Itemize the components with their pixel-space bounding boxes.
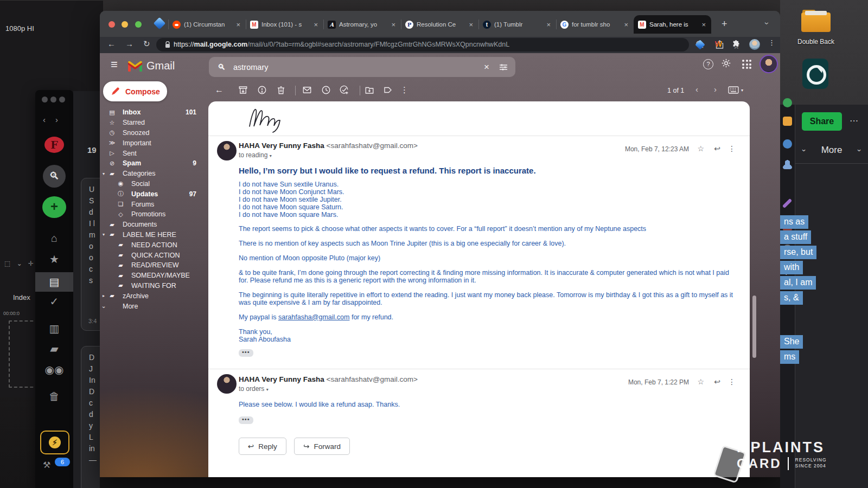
extension-w-icon[interactable]: W [715,40,722,48]
search-options-icon[interactable] [499,63,508,72]
delete-icon[interactable] [276,85,286,95]
close-icon[interactable]: × [623,21,629,29]
green-app-icon[interactable] [783,98,792,107]
index-tab[interactable]: Index [13,293,30,301]
maximize-window-button[interactable] [135,21,142,28]
close-icon[interactable]: × [312,21,319,29]
reload-button[interactable]: ↻ [143,39,150,49]
minimize-window-button[interactable] [122,21,128,28]
tab-circumstances[interactable]: (1) Circumstan × [168,15,246,34]
window-controls[interactable] [108,20,146,30]
share-button[interactable]: Share [802,112,842,131]
star-icon[interactable]: ☆ [697,377,704,386]
input-method-icon[interactable]: ▾ [728,86,743,94]
sender-avatar[interactable] [217,374,237,394]
coin-button[interactable]: ⚡︎ [40,431,69,454]
extension-puzzle-icon[interactable] [732,40,741,48]
history-app-icon[interactable] [802,59,828,89]
home-icon[interactable]: ⌂ [35,232,73,245]
close-icon[interactable]: × [390,21,397,29]
forward-button[interactable]: → [125,39,133,48]
sidebar-item-starred[interactable]: ☆Starred [100,118,208,128]
tab-google-search[interactable]: G for tumblr sho × [556,15,634,34]
scrollbar-thumb[interactable] [752,296,756,358]
search-icon[interactable]: 🔍︎ [35,165,73,188]
sidebar-item-important[interactable]: ≫Important [100,138,208,148]
clear-search-icon[interactable]: × [484,62,489,73]
tab-tumblr[interactable]: t (1) Tumblr × [478,15,556,34]
reply-button[interactable]: ↩Reply [239,438,286,455]
back-to-list-icon[interactable]: ← [215,85,224,95]
trash-icon[interactable]: 🗑︎ [35,390,73,403]
star-icon[interactable]: ☆ [697,144,704,153]
sidebar-item-social[interactable]: ◉Social [100,179,208,189]
sidebar-item-promotions[interactable]: ◇Promotions [100,209,208,220]
close-icon[interactable]: × [700,21,707,29]
back-button[interactable]: ← [107,39,116,48]
star-icon[interactable]: ★ [35,253,73,266]
more-dots-icon[interactable]: ⋯ [850,115,859,126]
sidebar-item-documents[interactable]: ▰Documents [100,220,208,230]
reply-icon[interactable]: ↩ [714,144,720,153]
close-window-button[interactable] [108,21,115,28]
more-options-icon[interactable]: ⋮ [728,377,736,386]
show-details-caret[interactable]: ▾ [270,153,272,158]
sidebar-item-zarchive[interactable]: ▸▰zArchive [100,291,208,301]
more-options-icon[interactable]: ⋮ [728,144,736,153]
sidebar-item-label-me-here[interactable]: ▾▰LABEL ME HERE [100,230,208,240]
tool-icon[interactable]: ⚒︎ [43,460,50,470]
swirl-icon[interactable] [783,139,792,149]
snooze-icon[interactable] [321,85,331,95]
archive-icon[interactable] [238,85,248,95]
tab-astromary[interactable]: A Astromary, yo × [323,15,401,34]
window-controls[interactable] [42,95,68,105]
people-icon[interactable]: ◉◉ [35,363,73,376]
browser-profile-avatar[interactable] [749,39,760,50]
add-to-tasks-icon[interactable] [339,85,349,95]
app-logo-f[interactable]: F [35,137,73,153]
tab-sarah-active[interactable]: M Sarah, here is × [634,15,711,34]
move-to-icon[interactable] [365,85,374,95]
check-icon[interactable]: ✓ [35,295,73,308]
mark-unread-icon[interactable] [302,85,312,95]
show-details-caret[interactable]: ▾ [266,387,269,392]
columns-icon[interactable]: ▥ [35,322,73,335]
older-email-chevron[interactable]: › [714,85,717,94]
clip-tools-icons[interactable]: ⬚ ⌄ ✛ [4,260,36,267]
address-bar[interactable]: https://mail.google.com/mail/u/0/?tab=rm… [156,38,689,52]
account-avatar[interactable] [761,56,777,72]
search-input[interactable]: astromary [233,63,484,72]
search-bar[interactable]: 🔍︎ astromary × [209,57,515,77]
sidebar-item-sent[interactable]: ▷Sent [100,148,208,158]
double-back-folder-icon[interactable] [801,10,831,33]
person-icon[interactable] [783,160,792,169]
labels-icon[interactable] [383,85,393,95]
extension-diamond-icon[interactable] [697,41,704,50]
browser-menu-icon[interactable]: ⋮ [768,38,775,47]
add-button[interactable]: + [35,196,73,218]
close-icon[interactable]: × [235,21,241,29]
sidebar-item-spam[interactable]: ⊘Spam9 [100,158,208,169]
tab-search-chevron[interactable]: › [763,22,771,25]
more-dropdown[interactable]: › More › [795,145,868,156]
tab-inbox[interactable]: M Inbox (101) - s × [246,15,323,34]
sidebar-item-waiting-for[interactable]: ▰WAITING FOR [100,281,208,291]
sidebar-item-more[interactable]: ⌄More [100,301,208,311]
nav-arrows[interactable]: ‹› [43,115,68,124]
more-options-icon[interactable]: ⋮ [400,85,409,95]
reply-icon[interactable]: ↩ [714,377,720,386]
paypal-email-link[interactable]: sarahfasha@gmail.com [278,313,350,321]
sidebar-item-updates[interactable]: ⓘUpdates97 [100,189,208,199]
show-trimmed-content-button[interactable]: ••• [239,416,253,424]
recipient-label[interactable]: to orders [239,385,264,393]
settings-gear-icon[interactable] [722,59,731,68]
google-apps-grid-icon[interactable] [742,60,751,69]
sidebar-item-quick-action[interactable]: ▰QUICK ACTION [100,250,208,260]
sidebar-item-inbox[interactable]: ▤Inbox101 [100,107,208,118]
sidebar-item-need-action[interactable]: ▰NEED ACTION [100,240,208,250]
note-card[interactable]: USdI lmoocs [81,178,100,331]
sidebar-item-forums[interactable]: ❏Forums [100,199,208,209]
show-trimmed-content-button[interactable]: ••• [239,349,253,357]
tab-paypal-resolution[interactable]: P Resolution Ce × [401,15,478,34]
sidebar-item-snoozed[interactable]: ◷Snoozed [100,128,208,138]
